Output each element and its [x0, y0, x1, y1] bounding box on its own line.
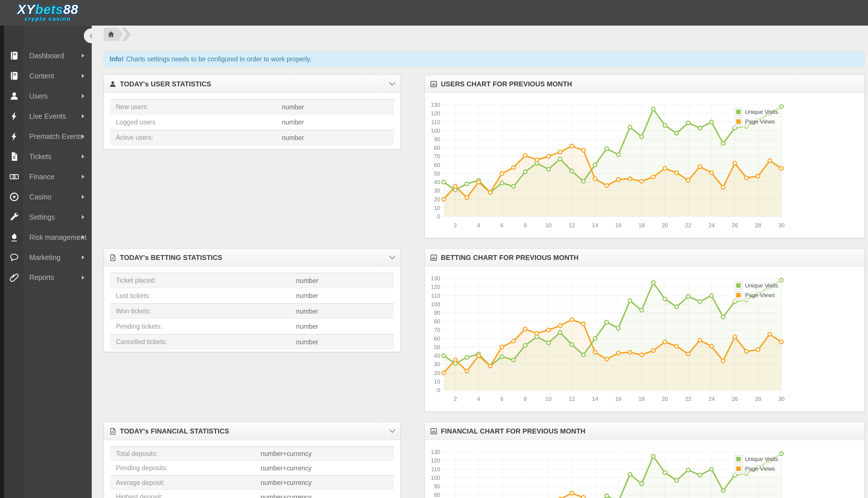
table-row: Lost tickets:number: [110, 288, 394, 303]
dashboard-row-1: TODAY's USER STATISTICS New users:number…: [104, 75, 865, 238]
sidebar-item-label: Finance: [29, 173, 55, 181]
sidebar-item-label: Settings: [29, 213, 55, 221]
svg-text:22: 22: [685, 222, 691, 228]
user-stats-panel: TODAY's USER STATISTICS New users:number…: [104, 75, 400, 149]
sidebar-item-casino[interactable]: Casino: [0, 187, 92, 207]
sidebar-menu: DashboardContentUsersLive EventsPrematch…: [0, 45, 92, 288]
svg-text:110: 110: [431, 466, 440, 472]
book-icon: [9, 51, 19, 61]
person-icon: [9, 91, 19, 101]
line-chart-svg: 0102030405060708090100110120130246810121…: [427, 272, 788, 406]
stat-value: number: [296, 338, 318, 346]
stat-label: Logged users: [110, 118, 155, 126]
collapse-panel-button[interactable]: [384, 249, 400, 266]
panel-header: FINANCIAL CHART FOR PREVIOUS MONTH: [425, 422, 864, 440]
table-row: Logged usersnumber: [110, 115, 394, 130]
sidebar-item-risk-management[interactable]: Risk management: [0, 227, 92, 247]
svg-text:Unique Visits: Unique Visits: [745, 109, 778, 115]
collapse-panel-button[interactable]: [384, 422, 400, 440]
users-line-chart: 0102030405060708090100110120130246810121…: [427, 99, 788, 232]
svg-text:90: 90: [434, 310, 440, 316]
bar-chart-icon: [430, 254, 437, 261]
alert-text: Charts settings needs to be configured i…: [126, 55, 311, 63]
panel-header: TODAY's USER STATISTICS: [104, 75, 400, 93]
line-chart-svg: 0102030405060708090100110120130246810121…: [427, 99, 788, 232]
svg-text:70: 70: [434, 327, 440, 333]
svg-text:20: 20: [434, 370, 440, 376]
table-row: Total deposits:number+currency: [110, 446, 394, 461]
alert-title: Info!: [110, 55, 124, 63]
svg-text:14: 14: [592, 222, 598, 228]
svg-text:6: 6: [500, 396, 503, 402]
bolt-icon: [9, 112, 19, 121]
caret-right-icon: [82, 74, 84, 78]
sidebar-item-label: Live Events: [29, 112, 66, 120]
info-alert: Info! Charts settings needs to be config…: [104, 52, 865, 67]
sidebar-item-prematch-events[interactable]: Prematch Events: [0, 126, 92, 146]
stat-label: Pending tickets:: [110, 323, 162, 330]
svg-text:26: 26: [732, 396, 738, 402]
svg-text:Page Views: Page Views: [745, 118, 775, 125]
stat-value: number: [296, 323, 318, 330]
svg-text:90: 90: [434, 483, 440, 489]
table-row: Ticket placed:number: [110, 273, 394, 288]
stat-value: number+currency: [261, 450, 311, 458]
collapse-panel-button[interactable]: [384, 75, 400, 93]
chevron-down-icon: [389, 429, 396, 433]
svg-text:12: 12: [569, 222, 575, 228]
svg-text:100: 100: [431, 128, 440, 134]
stat-label: New users:: [110, 103, 149, 111]
breadcrumb-home[interactable]: [104, 28, 123, 41]
svg-text:120: 120: [431, 284, 440, 290]
stat-label: Active users:: [110, 134, 153, 142]
svg-text:80: 80: [434, 318, 440, 325]
sidebar-collapse-button[interactable]: ‹: [84, 28, 98, 43]
svg-text:Unique Visits: Unique Visits: [745, 456, 778, 462]
breadcrumb-chevron-icon: [122, 28, 131, 41]
svg-text:130: 130: [431, 102, 440, 108]
sidebar-item-users[interactable]: Users: [0, 86, 92, 106]
sidebar-item-label: Users: [29, 92, 48, 100]
file-icon: [9, 152, 19, 161]
chart-legend: Unique VisitsPage Views: [733, 106, 780, 128]
sidebar-edge-strip: [0, 26, 4, 498]
svg-text:2: 2: [454, 396, 457, 402]
logo[interactable]: XYbets88 crypto casino: [16, 2, 79, 22]
topbar: XYbets88 crypto casino: [0, 0, 868, 26]
chart-legend: Unique VisitsPage Views: [733, 454, 780, 475]
stats-table: Total deposits:number+currencyPending de…: [110, 446, 394, 498]
stat-value: number: [296, 307, 318, 315]
stat-value: number+currency: [261, 493, 311, 498]
svg-text:10: 10: [434, 205, 440, 211]
table-row: Pending deposits:number+currency: [110, 461, 394, 475]
svg-text:100: 100: [431, 301, 440, 307]
dashboard-row-3: TODAY's FINANCIAL STATISTICS Total depos…: [104, 422, 865, 498]
stat-value: number: [282, 103, 304, 111]
svg-text:Unique Visits: Unique Visits: [745, 283, 778, 289]
sidebar-item-label: Casino: [29, 193, 51, 201]
sidebar-item-live-events[interactable]: Live Events: [0, 106, 92, 126]
svg-text:2: 2: [454, 222, 457, 228]
table-row: Highest deposit:number+currency: [110, 490, 394, 498]
svg-text:22: 22: [685, 396, 691, 402]
svg-text:0: 0: [437, 387, 440, 393]
stat-value: number: [282, 134, 304, 142]
panel-title: TODAY's FINANCIAL STATISTICS: [120, 427, 384, 435]
sidebar-item-content[interactable]: Content: [0, 66, 92, 86]
svg-text:10: 10: [545, 222, 551, 228]
sidebar-item-label: Tickets: [29, 153, 51, 161]
svg-text:40: 40: [434, 179, 440, 185]
panel-title: FINANCIAL CHART FOR PREVIOUS MONTH: [441, 427, 864, 435]
sidebar-item-dashboard[interactable]: Dashboard: [0, 45, 92, 66]
svg-text:28: 28: [755, 396, 761, 402]
svg-text:18: 18: [639, 396, 645, 402]
sidebar-item-reports[interactable]: Reports: [0, 267, 92, 288]
financial-stats-panel: TODAY's FINANCIAL STATISTICS Total depos…: [104, 422, 400, 498]
panel-header: TODAY's BETTING STATISTICS: [104, 249, 400, 266]
sidebar-item-settings[interactable]: Settings: [0, 207, 92, 227]
sidebar-item-marketing[interactable]: Marketing: [0, 247, 92, 267]
caret-right-icon: [82, 114, 84, 118]
sidebar-item-finance[interactable]: Finance: [0, 167, 92, 187]
caret-right-icon: [82, 276, 84, 279]
sidebar-item-tickets[interactable]: Tickets: [0, 146, 92, 167]
